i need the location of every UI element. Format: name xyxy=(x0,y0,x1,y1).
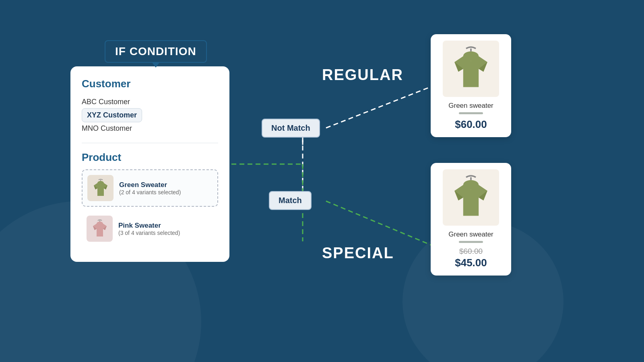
product-variants-pink: (3 of 4 variants selected) xyxy=(118,230,180,236)
product-section-title: Product xyxy=(82,151,218,164)
customer-item-abc[interactable]: ABC Customer xyxy=(82,96,218,108)
product-thumb-pink xyxy=(87,216,113,242)
regular-card-color-bar xyxy=(459,112,483,114)
green-sweater-icon xyxy=(91,178,111,198)
special-card-thumb xyxy=(443,169,499,226)
regular-label: REGULAR xyxy=(322,66,403,84)
product-item-green[interactable]: Green Sweater (2 of 4 variants selected) xyxy=(82,169,218,207)
product-name-green: Green Sweater xyxy=(119,181,181,189)
special-label: SPECIAL xyxy=(322,245,394,262)
regular-card-product-name: Green sweater xyxy=(437,102,505,110)
special-card-price-original: $60.00 xyxy=(437,247,505,256)
regular-card-price: $60.00 xyxy=(437,118,505,131)
regular-card-sweater-icon xyxy=(447,45,495,93)
section-divider xyxy=(82,143,218,143)
product-item-pink[interactable]: Pink Sweater (3 of 4 variants selected) xyxy=(82,211,218,247)
product-name-pink: Pink Sweater xyxy=(118,222,180,230)
special-card-sweater-icon xyxy=(447,173,495,222)
special-product-card: Green sweater $60.00 $45.00 xyxy=(431,163,511,276)
product-thumb-green xyxy=(87,175,114,201)
regular-product-card: Green sweater $60.00 xyxy=(431,34,511,137)
special-card-product-name: Green sweater xyxy=(437,230,505,239)
product-info-green: Green Sweater (2 of 4 variants selected) xyxy=(119,181,181,195)
special-card-color-bar xyxy=(459,241,483,243)
condition-badge: IF CONDITION xyxy=(105,40,207,63)
customer-list: ABC Customer XYZ Customer MNO Customer xyxy=(82,96,218,135)
not-match-node[interactable]: Not Match xyxy=(262,119,320,138)
special-card-price-special: $45.00 xyxy=(437,257,505,269)
svg-line-5 xyxy=(326,84,437,128)
product-list: Green Sweater (2 of 4 variants selected)… xyxy=(82,169,218,247)
match-node[interactable]: Match xyxy=(269,191,312,210)
svg-line-9 xyxy=(326,201,437,247)
regular-card-thumb xyxy=(443,41,499,97)
customer-section-title: Customer xyxy=(82,78,218,90)
product-variants-green: (2 of 4 variants selected) xyxy=(119,189,181,195)
pink-sweater-icon xyxy=(90,219,110,239)
condition-panel: Customer ABC Customer XYZ Customer MNO C… xyxy=(70,66,229,262)
product-info-pink: Pink Sweater (3 of 4 variants selected) xyxy=(118,222,180,236)
customer-item-mno[interactable]: MNO Customer xyxy=(82,122,218,135)
customer-item-xyz[interactable]: XYZ Customer xyxy=(82,108,142,122)
